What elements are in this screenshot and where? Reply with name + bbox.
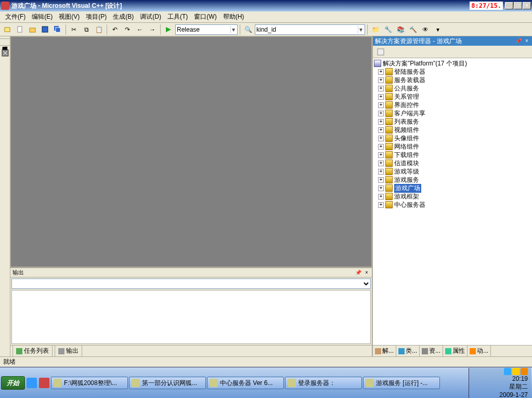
find-in-files-button[interactable]: 🔍	[242, 24, 254, 35]
expand-icon[interactable]: +	[378, 127, 384, 133]
system-tray[interactable]: 20:19 星期二 2009-1-27	[469, 368, 531, 398]
expand-icon[interactable]: +	[378, 177, 384, 183]
menu-工具(T)[interactable]: 工具(T)	[164, 11, 191, 22]
quick-launch-media[interactable]	[39, 378, 49, 388]
expand-icon[interactable]: +	[378, 69, 384, 75]
project-node[interactable]: +中心服务器	[374, 201, 531, 209]
menu-文件(F)[interactable]: 文件(F)	[2, 11, 29, 22]
project-node[interactable]: +头像组件	[374, 134, 531, 142]
nav-back-button[interactable]: ←	[134, 24, 146, 35]
taskbar-button[interactable]: 第一部分认识网狐...	[129, 377, 206, 389]
se-close-icon[interactable]: ×	[524, 38, 530, 44]
expand-icon[interactable]: +	[378, 94, 384, 100]
solution-tree[interactable]: 解决方案"Platform"(17 个项目)+登陆服务器+服务装载器+公共服务+…	[373, 58, 532, 345]
project-icon	[385, 126, 393, 134]
start-button[interactable]: 开始	[1, 376, 25, 390]
panel-close-icon[interactable]: ×	[364, 270, 370, 276]
save-button[interactable]	[40, 24, 51, 35]
output-body[interactable]	[11, 290, 371, 344]
right-tab[interactable]: 类...	[396, 346, 420, 356]
minimize-button[interactable]: _	[505, 2, 513, 9]
right-tab[interactable]: 动...	[468, 346, 491, 356]
expand-icon[interactable]: +	[378, 102, 384, 108]
tray-shield-icon[interactable]	[512, 368, 520, 375]
project-node[interactable]: +界面控件	[374, 101, 531, 109]
save-all-button[interactable]	[52, 24, 63, 35]
taskbar-button[interactable]: 游戏服务 [运行] -...	[363, 377, 440, 389]
tasklist-tab[interactable]: 任务列表	[12, 345, 53, 356]
close-button[interactable]: ×	[523, 2, 531, 9]
properties-button[interactable]: 🔧	[382, 24, 394, 35]
add-item-button[interactable]	[15, 24, 26, 35]
server-explorer-tab[interactable]: 服务器资源管理器	[0, 38, 10, 46]
tray-k-icon[interactable]	[521, 368, 528, 375]
menu-编辑(E)[interactable]: 编辑(E)	[29, 11, 56, 22]
project-node[interactable]: +关系管理	[374, 92, 531, 101]
expand-icon[interactable]: +	[378, 136, 384, 141]
se-pin-icon[interactable]: 📌	[515, 38, 522, 44]
copy-button[interactable]: ⧉	[81, 24, 92, 35]
output-tab[interactable]: 输出	[55, 345, 82, 356]
config-combo[interactable]: Release▾	[175, 24, 238, 35]
recorder-clock: 8:27/15.	[470, 2, 503, 10]
toolbox-tab-icon[interactable]	[1, 49, 9, 57]
expand-icon[interactable]: +	[378, 77, 384, 83]
menu-窗口(W)[interactable]: 窗口(W)	[191, 11, 219, 22]
menu-生成(B)[interactable]: 生成(B)	[110, 11, 137, 22]
expand-icon[interactable]: +	[378, 202, 384, 208]
menu-项目(P)[interactable]: 项目(P)	[83, 11, 110, 22]
cut-button[interactable]: ✂	[68, 24, 80, 35]
project-node[interactable]: +游戏框架	[374, 192, 531, 201]
quick-launch-ie[interactable]	[27, 378, 37, 388]
menu-帮助(H)[interactable]: 帮助(H)	[220, 11, 248, 22]
maximize-button[interactable]: □	[514, 2, 522, 9]
expand-icon[interactable]: +	[378, 161, 384, 166]
project-node[interactable]: +网络组件	[374, 142, 531, 151]
toolbox-button[interactable]: 🔨	[407, 24, 419, 35]
project-node[interactable]: +列表服务	[374, 117, 531, 126]
project-node[interactable]: +游戏广场	[374, 184, 531, 192]
expand-icon[interactable]: +	[378, 194, 384, 200]
menu-视图(V)[interactable]: 视图(V)	[56, 11, 83, 22]
project-node[interactable]: +信道模块	[374, 159, 531, 167]
start-debug-button[interactable]	[163, 24, 174, 35]
object-browser-button[interactable]: 📚	[395, 24, 406, 35]
project-node[interactable]: +视频组件	[374, 126, 531, 134]
expand-icon[interactable]: +	[378, 152, 384, 158]
expand-icon[interactable]: +	[378, 169, 384, 175]
taskbar-button[interactable]: 中心服务器 Ver 6...	[207, 377, 284, 389]
find-combo[interactable]: kind_id▾	[255, 24, 365, 35]
project-node[interactable]: +登陆服务器	[374, 68, 531, 76]
taskbar-button[interactable]: F:\网狐2008整理\...	[51, 377, 128, 389]
pin-icon[interactable]: 📌	[355, 270, 361, 276]
project-node[interactable]: +公共服务	[374, 84, 531, 92]
redo-button[interactable]: ↷	[122, 24, 133, 35]
class-view-button[interactable]: 👁	[420, 24, 431, 35]
properties-icon[interactable]	[375, 46, 386, 58]
new-project-button[interactable]	[2, 24, 14, 35]
expand-icon[interactable]: +	[378, 86, 384, 91]
project-node[interactable]: +客户端共享	[374, 109, 531, 117]
nav-fwd-button[interactable]: →	[147, 24, 158, 35]
output-source-combo[interactable]	[11, 278, 371, 289]
open-button[interactable]	[27, 24, 38, 35]
expand-icon[interactable]: +	[378, 119, 384, 125]
expand-icon[interactable]: +	[378, 111, 384, 116]
right-tab[interactable]: 资...	[420, 346, 443, 356]
right-tab[interactable]: 属性	[443, 346, 468, 356]
expand-icon[interactable]: +	[378, 144, 384, 150]
right-tab[interactable]: 解...	[373, 346, 396, 356]
more-button[interactable]: ▾	[432, 24, 444, 35]
expand-icon[interactable]: +	[378, 185, 384, 191]
project-node[interactable]: +游戏等级	[374, 167, 531, 176]
paste-button[interactable]: 📋	[93, 24, 105, 35]
project-node[interactable]: +下载组件	[374, 151, 531, 159]
project-node[interactable]: +游戏服务	[374, 176, 531, 184]
taskbar-button[interactable]: 登录服务器：	[285, 377, 362, 389]
menu-调试(D)[interactable]: 调试(D)	[137, 11, 164, 22]
undo-button[interactable]: ↶	[109, 24, 121, 35]
solution-node[interactable]: 解决方案"Platform"(17 个项目)	[374, 59, 531, 68]
project-node[interactable]: +服务装载器	[374, 76, 531, 84]
tray-network-icon[interactable]	[504, 368, 511, 375]
solution-explorer-button[interactable]: 📁	[370, 24, 381, 35]
